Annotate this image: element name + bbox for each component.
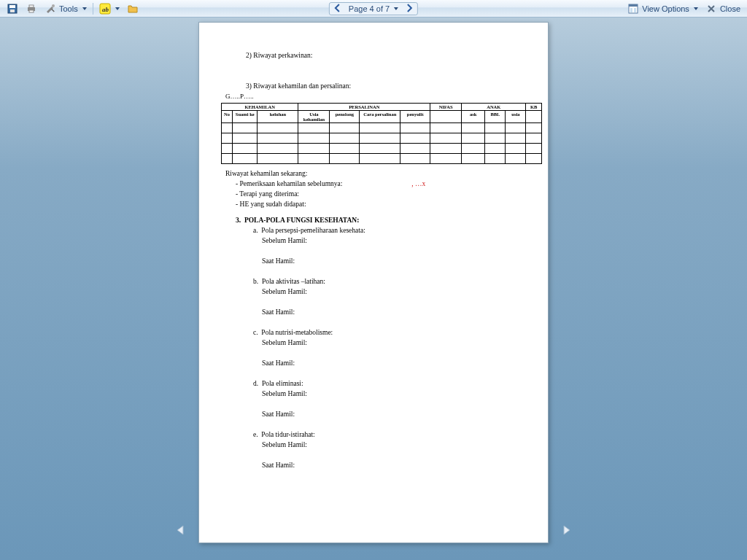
list-item: c. Pola nutrisi-metabolisme: xyxy=(225,329,522,336)
svg-rect-1 xyxy=(9,5,15,8)
page-content: 2) Riwayat perkawinan: 3) Riwayat kehami… xyxy=(198,22,549,543)
th: PERSALINAN xyxy=(298,104,430,111)
highlight-icon: ab xyxy=(99,3,111,15)
text: Sebelum Hamil: xyxy=(225,237,522,244)
table-row xyxy=(222,154,542,164)
page-label: Page 4 of 7 xyxy=(349,4,390,13)
svg-text:ab: ab xyxy=(102,6,109,13)
highlight-button[interactable]: ab xyxy=(96,1,123,17)
th: usia xyxy=(506,111,526,123)
close-button[interactable]: Close xyxy=(702,1,744,17)
th: Suami ke xyxy=(233,111,258,123)
next-page-arrow[interactable] xyxy=(558,524,574,537)
text: G…..P….. xyxy=(225,93,522,100)
text: Sebelum Hamil: xyxy=(225,390,522,397)
th: Cara persalinan xyxy=(360,111,400,123)
annotation: , …x xyxy=(411,180,425,187)
list-item: 2) Riwayat perkawinan: xyxy=(225,52,522,59)
th: ANAK xyxy=(462,104,526,111)
close-icon xyxy=(705,3,717,15)
document-viewer: 2) Riwayat perkawinan: 3) Riwayat kehami… xyxy=(0,18,747,560)
text: - Pemeriksaan kehamilan sebelumnya: xyxy=(236,180,342,187)
prev-page-arrow[interactable] xyxy=(173,524,189,537)
th: KEHAMILAN xyxy=(222,104,298,111)
th: No xyxy=(222,111,233,123)
text: Saat Hamil: xyxy=(225,308,522,316)
svg-rect-11 xyxy=(629,4,638,7)
th: penolong xyxy=(330,111,360,123)
text: 3. xyxy=(236,217,241,224)
text: Saat Hamil: xyxy=(225,257,522,265)
svg-rect-13 xyxy=(634,8,636,12)
toolbar: Tools ab Page 4 of 7 xyxy=(0,0,747,18)
print-icon xyxy=(26,3,37,15)
folder-button[interactable] xyxy=(123,1,142,17)
list-item: - Terapi yang diterima: xyxy=(225,190,522,198)
list-item: - HE yang sudah didapat: xyxy=(225,201,522,208)
close-label: Close xyxy=(720,4,740,13)
svg-point-6 xyxy=(52,4,55,7)
separator xyxy=(93,3,93,15)
next-page-button[interactable] xyxy=(403,4,416,14)
tools-icon xyxy=(44,3,56,15)
history-table: KEHAMILAN PERSALINAN NIFAS ANAK KB No Su… xyxy=(221,103,542,164)
th: ask xyxy=(462,111,485,123)
tools-label: Tools xyxy=(59,4,78,13)
page-select[interactable]: Page 4 of 7 xyxy=(344,4,403,13)
view-options-icon xyxy=(627,3,639,15)
list-item: b. Pola aktivitas –latihan: xyxy=(225,278,522,285)
svg-rect-7 xyxy=(51,8,55,12)
page-navigator: Page 4 of 7 xyxy=(329,2,418,15)
svg-rect-2 xyxy=(10,9,15,12)
view-options-label: View Options xyxy=(642,4,689,13)
th: penyulit xyxy=(400,111,430,123)
table-row xyxy=(222,144,542,154)
save-button[interactable] xyxy=(3,1,22,17)
text: Sebelum Hamil: xyxy=(225,441,522,448)
section-heading: 3. POLA-POLA FUNGSI KESEHATAN: xyxy=(225,217,522,224)
th: KB xyxy=(526,104,542,111)
text: Sebelum Hamil: xyxy=(225,288,522,295)
folder-icon xyxy=(127,3,139,15)
th xyxy=(526,111,542,123)
text: Riwayat kehamilan sekarang: xyxy=(225,170,522,177)
th: NIFAS xyxy=(430,104,462,111)
tools-menu[interactable]: Tools xyxy=(41,1,90,17)
table-row xyxy=(222,123,542,133)
th: keluhan xyxy=(258,111,298,123)
th: Usia kehamilan xyxy=(298,111,330,123)
text: Saat Hamil: xyxy=(225,411,522,418)
th: BBL xyxy=(485,111,506,123)
chevron-down-icon xyxy=(394,7,398,10)
table-row xyxy=(222,133,542,144)
text: Saat Hamil: xyxy=(225,359,522,367)
text: Saat Hamil: xyxy=(225,462,522,469)
svg-rect-12 xyxy=(630,8,632,12)
th xyxy=(430,111,462,123)
chevron-down-icon xyxy=(694,7,698,10)
list-item: 3) Riwayat kehamilan dan persalinan: xyxy=(225,82,522,90)
text: Sebelum Hamil: xyxy=(225,339,522,346)
chevron-down-icon xyxy=(115,7,120,10)
svg-rect-5 xyxy=(29,10,34,12)
list-item: - Pemeriksaan kehamilan sebelumnya: , …x xyxy=(225,180,522,187)
view-options-menu[interactable]: View Options xyxy=(624,1,702,17)
svg-rect-4 xyxy=(29,5,34,7)
print-button[interactable] xyxy=(22,1,41,17)
text: POLA-POLA FUNGSI KESEHATAN: xyxy=(244,217,359,224)
prev-page-button[interactable] xyxy=(331,4,344,14)
list-item: e. Pola tidur-istirahat: xyxy=(225,431,522,438)
chevron-down-icon xyxy=(82,7,87,10)
list-item: a. Pola persepsi-pemeliharaan kesehata: xyxy=(225,227,522,234)
list-item: d. Pola eliminasi: xyxy=(225,380,522,387)
save-icon xyxy=(7,3,18,15)
